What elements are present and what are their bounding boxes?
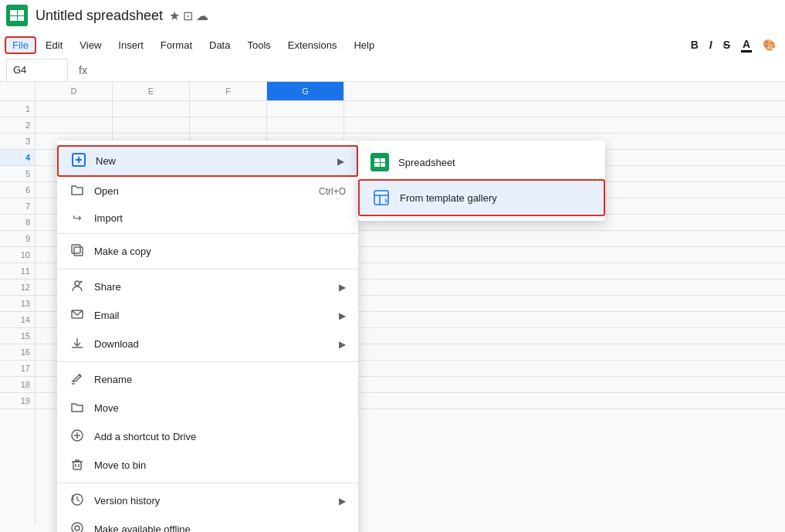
download-icon [69, 336, 85, 352]
menu-tools[interactable]: Tools [239, 36, 278, 54]
cell-f1[interactable] [190, 101, 267, 117]
menu-item-copy[interactable]: Make a copy [57, 237, 358, 266]
svg-rect-15 [73, 462, 81, 469]
new-arrow: ▶ [337, 156, 344, 167]
file-menu-dropdown: New ▶ Open Ctrl+O ↪ Import [57, 141, 358, 532]
col-d: D [36, 82, 113, 100]
submenu-template-label: From template gallery [400, 192, 497, 204]
menu-item-shortcut[interactable]: Add a shortcut to Drive [57, 422, 358, 451]
menu-item-import[interactable]: ↪ Import [57, 205, 358, 230]
menu-item-share[interactable]: Share ▶ [57, 273, 358, 301]
menu-email-label: Email [94, 310, 330, 321]
text-color-button[interactable]: A [736, 35, 756, 56]
menu-item-email[interactable]: Email ▶ [57, 301, 358, 330]
star-icon[interactable]: ★ [169, 8, 180, 23]
row-4: 4 [0, 150, 35, 166]
app-icon [6, 5, 28, 26]
formula-input[interactable] [98, 64, 779, 76]
cell-e2[interactable] [113, 117, 190, 134]
row-3: 3 [0, 134, 35, 150]
svg-point-5 [75, 281, 80, 286]
row-11: 11 [0, 263, 35, 280]
menu-rename-label: Rename [94, 374, 346, 385]
svg-rect-4 [72, 245, 80, 253]
cell-ref-box[interactable]: G4 [6, 59, 68, 82]
svg-rect-22 [374, 191, 388, 205]
bold-button[interactable]: B [686, 36, 703, 54]
menu-insert[interactable]: Insert [110, 36, 151, 54]
offline-icon [69, 521, 85, 532]
divider-3 [57, 361, 358, 362]
col-headers: D E F G [36, 82, 785, 101]
row-7: 7 [0, 198, 35, 215]
main-container: 1 2 3 4 5 6 7 8 9 10 11 12 13 14 15 16 1… [0, 82, 785, 524]
menu-shortcut-label: Add a shortcut to Drive [94, 431, 346, 442]
row-13: 13 [0, 296, 35, 312]
menu-item-download[interactable]: Download ▶ [57, 330, 358, 358]
cell-g1[interactable] [267, 101, 344, 117]
row-16: 16 [0, 344, 35, 361]
cloud-icon[interactable]: ☁ [196, 8, 208, 23]
drive-icon[interactable]: ⊡ [183, 8, 193, 23]
menu-item-open[interactable]: Open Ctrl+O [57, 177, 358, 205]
menu-file[interactable]: File [5, 36, 36, 54]
title-bar: Untitled spreadsheet ★ ⊡ ☁ [0, 0, 785, 31]
row-numbers: 1 2 3 4 5 6 7 8 9 10 11 12 13 14 15 16 1… [0, 82, 36, 524]
open-shortcut: Ctrl+O [319, 186, 346, 197]
cell-d2[interactable] [36, 117, 113, 134]
open-icon [69, 183, 85, 199]
svg-rect-3 [74, 247, 83, 256]
cell-g2[interactable] [267, 117, 344, 134]
formula-bar: G4 fx [0, 59, 785, 82]
table-row [36, 101, 785, 117]
row-15: 15 [0, 328, 35, 344]
menu-help[interactable]: Help [346, 36, 382, 54]
svg-point-6 [80, 281, 83, 283]
menu-item-rename[interactable]: Rename [57, 365, 358, 394]
menu-item-move[interactable]: Move [57, 394, 358, 422]
row-2: 2 [0, 117, 35, 134]
submenu-spreadsheet-label: Spreadsheet [398, 157, 455, 168]
table-row [36, 117, 785, 134]
menu-item-offline[interactable]: Make available offline [57, 515, 358, 532]
row-8: 8 [0, 215, 35, 231]
divider-2 [57, 269, 358, 269]
new-submenu: Spreadsheet From template gallery [358, 141, 605, 221]
row-17: 17 [0, 361, 35, 377]
italic-button[interactable]: I [705, 36, 717, 54]
shortcut-icon [69, 429, 85, 445]
col-f: F [190, 82, 267, 100]
svg-line-10 [79, 374, 81, 377]
menu-edit[interactable]: Edit [38, 36, 70, 54]
spreadsheet-icon [371, 153, 389, 171]
menu-extensions[interactable]: Extensions [280, 36, 345, 54]
menu-bin-label: Move to bin [94, 459, 346, 471]
submenu-item-template[interactable]: From template gallery [358, 179, 605, 216]
copy-icon [69, 243, 85, 259]
paint-format-button[interactable]: 🎨 [758, 36, 780, 54]
menu-format[interactable]: Format [153, 36, 200, 54]
email-icon [69, 307, 85, 324]
menu-offline-label: Make available offline [94, 524, 346, 532]
cell-e1[interactable] [113, 101, 190, 117]
menu-download-label: Download [94, 338, 330, 350]
new-icon [71, 153, 86, 169]
row-12: 12 [0, 280, 35, 296]
rename-icon [69, 371, 85, 388]
strikethrough-button[interactable]: S [719, 36, 735, 54]
menu-item-version-history[interactable]: Version history ▶ [57, 486, 358, 515]
menu-share-label: Share [94, 281, 330, 293]
menu-view[interactable]: View [72, 36, 109, 54]
bin-icon [69, 457, 85, 473]
cell-f2[interactable] [190, 117, 267, 134]
row-18: 18 [0, 377, 35, 393]
divider-1 [57, 233, 358, 234]
share-arrow: ▶ [339, 282, 346, 293]
menu-bar: File Edit View Insert Format Data Tools … [0, 31, 785, 59]
menu-data[interactable]: Data [201, 36, 238, 54]
menu-item-new[interactable]: New ▶ [57, 145, 358, 177]
cell-d1[interactable] [36, 101, 113, 117]
menu-item-bin[interactable]: Move to bin [57, 451, 358, 479]
submenu-item-spreadsheet[interactable]: Spreadsheet [358, 145, 605, 179]
row-num-header [0, 82, 35, 101]
